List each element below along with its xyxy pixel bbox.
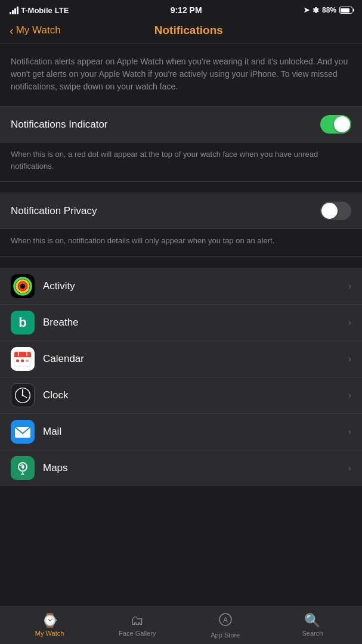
app-row-maps[interactable]: A Maps › xyxy=(0,450,362,486)
back-chevron-icon: ‹ xyxy=(10,24,14,36)
tab-face-gallery[interactable]: 🗂 Face Gallery xyxy=(119,614,156,637)
toggle-thumb-privacy xyxy=(321,203,338,219)
navigation-bar: ‹ My Watch Notifications xyxy=(0,19,362,44)
carrier-info: T-Mobile LTE xyxy=(10,6,69,15)
tab-app-store[interactable]: A App Store xyxy=(208,612,243,639)
battery-percent: 88% xyxy=(322,6,336,14)
svg-text:b: b xyxy=(18,315,26,330)
app-row-breathe[interactable]: b Breathe › xyxy=(0,305,362,341)
svg-rect-9 xyxy=(14,355,31,357)
carrier-name: T-Mobile xyxy=(21,6,52,15)
calendar-chevron-icon: › xyxy=(348,354,351,364)
tab-my-watch[interactable]: ⌚ My Watch xyxy=(32,614,67,637)
my-watch-label: My Watch xyxy=(35,630,64,637)
toggle-thumb xyxy=(334,116,350,132)
svg-text:A: A xyxy=(21,471,24,476)
notifications-indicator-toggle[interactable] xyxy=(320,115,351,134)
tab-search[interactable]: 🔍 Search xyxy=(295,614,330,637)
spacer-2 xyxy=(0,257,362,268)
notifications-indicator-description: When this is on, a red dot will appear a… xyxy=(11,148,351,172)
maps-label: Maps xyxy=(43,462,348,474)
activity-app-icon xyxy=(11,274,35,298)
notifications-indicator-subtext: When this is on, a red dot will appear a… xyxy=(0,143,362,182)
notifications-indicator-section: Notifications Indicator xyxy=(0,106,362,143)
notification-privacy-subtext: When this is on, notification details wi… xyxy=(0,229,362,257)
notifications-indicator-row: Notifications Indicator xyxy=(0,107,362,142)
breathe-app-icon: b xyxy=(11,311,35,335)
app-row-mail[interactable]: Mail › xyxy=(0,414,362,450)
app-row-activity[interactable]: Activity › xyxy=(0,268,362,305)
my-watch-icon: ⌚ xyxy=(42,614,58,627)
app-row-clock[interactable]: Clock › xyxy=(0,377,362,414)
search-icon: 🔍 xyxy=(304,614,320,627)
battery-icon xyxy=(339,7,352,14)
tab-bar: ⌚ My Watch 🗂 Face Gallery A App Store 🔍 … xyxy=(0,606,362,644)
status-time: 9:12 PM xyxy=(171,5,202,15)
face-gallery-label: Face Gallery xyxy=(119,630,156,637)
svg-point-24 xyxy=(21,466,24,468)
notifications-indicator-label: Notifications Indicator xyxy=(11,119,108,131)
mail-label: Mail xyxy=(43,426,348,438)
breathe-label: Breathe xyxy=(43,317,348,329)
main-content: Notification alerts appear on Apple Watc… xyxy=(0,44,362,596)
notification-privacy-description: When this is on, notification details wi… xyxy=(11,235,351,247)
calendar-app-icon xyxy=(11,347,35,371)
svg-text:A: A xyxy=(223,616,228,624)
clock-chevron-icon: › xyxy=(348,390,351,401)
mail-app-icon xyxy=(11,420,35,444)
spacer-1 xyxy=(0,182,362,193)
signal-icon xyxy=(10,7,18,14)
bluetooth-icon: ✱ xyxy=(313,6,319,15)
breathe-chevron-icon: › xyxy=(348,317,351,328)
status-right: ➤ ✱ 88% xyxy=(304,6,352,15)
svg-rect-12 xyxy=(16,360,19,362)
status-bar: T-Mobile LTE 9:12 PM ➤ ✱ 88% xyxy=(0,0,362,19)
notification-privacy-row: Notification Privacy xyxy=(0,193,362,228)
network-type: LTE xyxy=(55,6,69,15)
svg-rect-14 xyxy=(26,360,29,362)
info-text: Notification alerts appear on Apple Watc… xyxy=(11,55,351,93)
mail-chevron-icon: › xyxy=(348,426,351,437)
svg-point-19 xyxy=(22,394,24,396)
page-title: Notifications xyxy=(25,24,352,37)
clock-label: Clock xyxy=(43,389,348,401)
search-label: Search xyxy=(302,630,323,637)
maps-chevron-icon: › xyxy=(348,463,351,473)
notification-privacy-label: Notification Privacy xyxy=(11,205,97,217)
app-store-label: App Store xyxy=(211,631,240,639)
notification-privacy-section: Notification Privacy xyxy=(0,193,362,229)
info-block: Notification alerts appear on Apple Watc… xyxy=(0,44,362,106)
activity-label: Activity xyxy=(43,280,348,292)
face-gallery-icon: 🗂 xyxy=(131,614,144,627)
location-icon: ➤ xyxy=(304,6,310,14)
maps-app-icon: A xyxy=(11,456,35,480)
clock-app-icon xyxy=(11,383,35,407)
svg-rect-13 xyxy=(21,360,24,362)
notification-privacy-toggle[interactable] xyxy=(320,202,351,220)
app-store-icon: A xyxy=(218,612,233,629)
activity-chevron-icon: › xyxy=(348,281,351,292)
app-list: Activity › b Breathe › xyxy=(0,268,362,486)
app-row-calendar[interactable]: Calendar › xyxy=(0,341,362,377)
calendar-label: Calendar xyxy=(43,353,348,365)
